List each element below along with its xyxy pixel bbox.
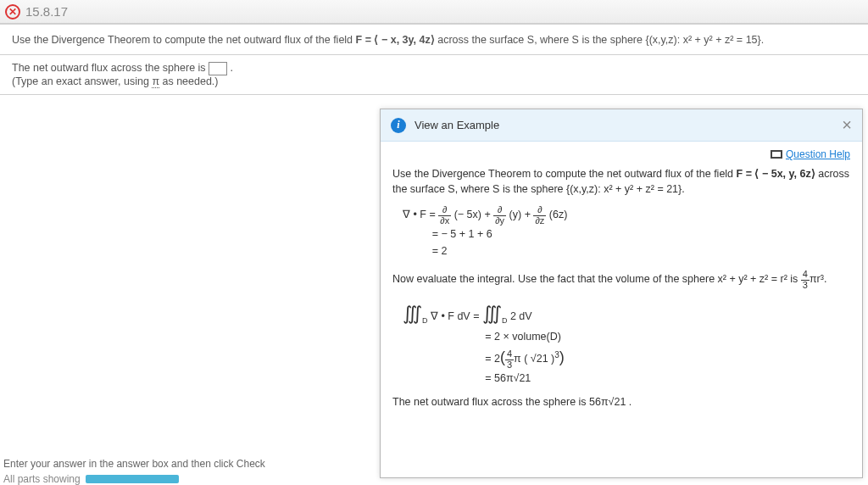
response-block: The net outward flux across the sphere i…: [0, 55, 868, 95]
example-question: Use the Divergence Theorem to compute th…: [392, 167, 850, 197]
triple-integral-icon: ∭: [482, 303, 502, 324]
example-popup: i View an Example × Question Help Use th…: [380, 109, 863, 478]
divergence-computation: ∇ • F = ∂∂x (− 5x) + ∂∂y (y) + ∂∂z (6z) …: [392, 202, 850, 263]
ex-q-prefix: Use the Divergence Theorem to compute th…: [392, 168, 737, 180]
ex-field: F = ⟨ − 5x, y, 6z⟩: [737, 168, 815, 180]
popup-title: View an Example: [415, 119, 499, 131]
div-rhs1: (− 5x) +: [454, 209, 494, 220]
ex-q-suf: .: [682, 183, 684, 195]
question-middle: across the surface S, where S is the sph…: [435, 34, 646, 46]
div-simp1: = − 5 + 1 + 6: [432, 228, 492, 240]
int-step2b: π ( √21 ): [514, 353, 554, 365]
question-field-expr: F = ⟨ − x, 3y, 4z⟩: [356, 34, 435, 46]
int-step2a: = 2: [485, 353, 500, 365]
four-thirds2: 43: [505, 349, 514, 370]
all-parts-label: All parts showing: [3, 473, 81, 485]
int-result: = 56π√21: [485, 372, 531, 384]
example-conclusion: The net outward flux across the sphere i…: [392, 395, 850, 410]
triple-integral-icon: ∭: [403, 303, 422, 324]
section-number: 15.8.17: [25, 4, 68, 19]
integral-lhs: ∇ • F dV =: [431, 310, 482, 322]
question-help-row: Question Help: [392, 148, 850, 160]
integral-rhs: 2 dV: [510, 310, 532, 322]
format-hint-after: as needed.): [159, 75, 219, 87]
format-hint-pi: π: [152, 75, 159, 88]
div-simp2: = 2: [432, 245, 448, 257]
div-rhs3: (6z): [549, 209, 568, 220]
format-hint: (Type an exact answer, using π as needed…: [12, 75, 219, 88]
four-thirds: 43: [801, 270, 810, 290]
enter-answer-hint: Enter your answer in the answer box and …: [0, 458, 265, 470]
close-icon[interactable]: ×: [842, 115, 852, 135]
conclusion-text: The net outward flux across the sphere i…: [392, 396, 632, 408]
popup-header: i View an Example ×: [381, 109, 862, 142]
d-dx: ∂∂x: [438, 205, 451, 226]
response-sentence-after: .: [231, 62, 233, 74]
progress-bar: [86, 475, 179, 483]
d-dy: ∂∂y: [493, 205, 506, 226]
volume-sentence: Now evaluate the integral. Use the fact …: [392, 270, 850, 290]
d-dz: ∂∂z: [533, 205, 546, 226]
question-text-block: Use the Divergence Theorem to compute th…: [0, 24, 868, 55]
list-icon: [771, 150, 782, 159]
close-icon[interactable]: ✕: [5, 4, 20, 20]
header-bar: ✕ 15.8.17: [0, 0, 868, 24]
question-prefix: Use the Divergence Theorem to compute th…: [12, 34, 356, 46]
int-step1: = 2 × volume(D): [485, 331, 561, 343]
ex-sphere: {(x,y,z): x² + y² + z² = 21}: [566, 183, 682, 195]
answer-input[interactable]: [209, 62, 227, 75]
div-rhs2: (y) +: [509, 209, 534, 220]
question-help-link[interactable]: Question Help: [786, 148, 850, 160]
info-icon: i: [391, 118, 406, 133]
popup-body: Question Help Use the Divergence Theorem…: [381, 142, 862, 427]
vol-sentence-b: πr³.: [810, 273, 826, 285]
response-sentence-before: The net outward flux across the sphere i…: [12, 62, 209, 74]
div-lhs: ∇ • F =: [403, 209, 438, 220]
format-hint-before: (Type an exact answer, using: [12, 75, 152, 87]
integral-computation: ∭D ∇ • F dV = ∭D 2 dV = 2 × volume(D) = …: [392, 295, 850, 390]
parts-showing-row: All parts showing: [0, 473, 179, 485]
question-sphere-expr: {(x,y,z): x² + y² + z² = 15}: [645, 34, 760, 46]
question-text: Use the Divergence Theorem to compute th…: [12, 34, 764, 46]
vol-sentence-a: Now evaluate the integral. Use the fact …: [392, 273, 801, 285]
question-suffix: .: [761, 34, 764, 46]
